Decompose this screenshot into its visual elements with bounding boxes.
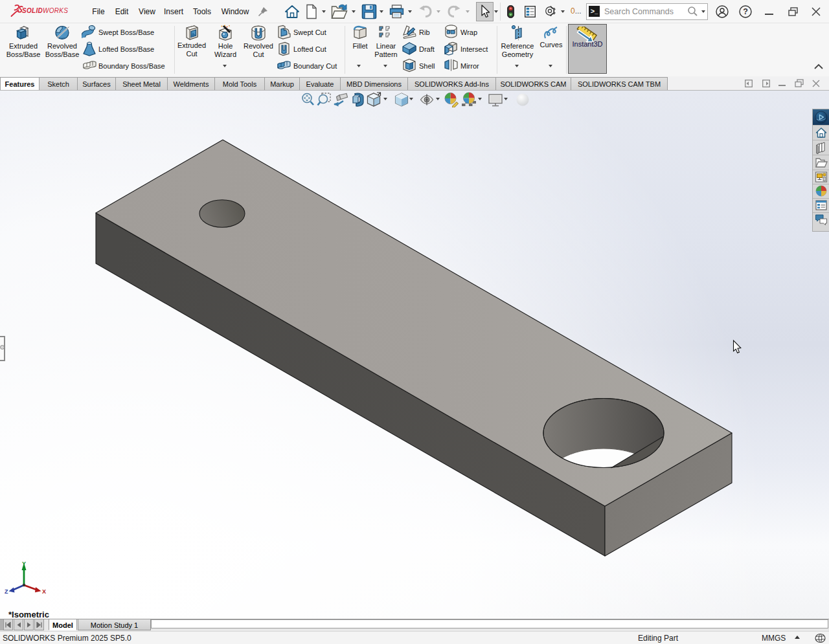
svg-text:Y: Y xyxy=(22,561,26,567)
svg-text:Z: Z xyxy=(5,588,8,595)
svg-text:X: X xyxy=(42,588,46,595)
